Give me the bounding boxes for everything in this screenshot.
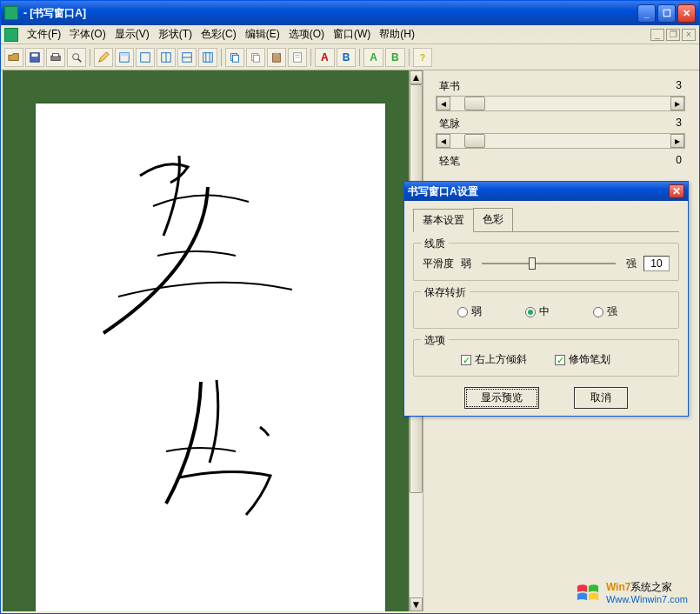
scroll-down-icon[interactable]: ▼: [410, 597, 423, 611]
paper[interactable]: [36, 103, 385, 611]
menu-file[interactable]: 文件(F): [23, 25, 64, 43]
slider-right-icon[interactable]: ▸: [670, 134, 684, 148]
app-icon: [4, 6, 18, 20]
paste-icon[interactable]: [267, 48, 286, 67]
save-icon[interactable]: [25, 48, 44, 67]
settings-dialog[interactable]: 书写窗口A设置 ✕ 基本设置 色彩 线质 平滑度 弱 强 10 保存转折 弱 中: [403, 181, 689, 417]
help-icon[interactable]: ?: [413, 48, 432, 67]
menu-window[interactable]: 窗口(W): [330, 25, 374, 43]
menu-edit[interactable]: 编辑(E): [242, 25, 283, 43]
smoothness-label: 平滑度: [423, 257, 454, 271]
mdi-restore-button[interactable]: ❐: [666, 29, 680, 41]
svg-rect-7: [120, 52, 130, 56]
pencil-icon[interactable]: [94, 48, 113, 67]
dialog-tabs: 基本设置 色彩: [413, 208, 679, 232]
prop-value: 0: [676, 154, 682, 169]
preview-button[interactable]: 显示预览: [464, 387, 539, 409]
svg-text:?: ?: [419, 51, 424, 62]
layout4-icon[interactable]: [177, 48, 197, 67]
svg-rect-19: [253, 55, 259, 62]
menu-font[interactable]: 字体(O): [66, 25, 109, 43]
watermark: Win7系统之家 Www.Winwin7.com: [575, 581, 688, 605]
prop-row: 草书 3 ◂ ▸: [436, 77, 685, 111]
toolbar-separator: [90, 49, 90, 66]
maximize-button[interactable]: ☐: [657, 4, 676, 23]
toolbar-separator: [359, 49, 360, 66]
dialog-title-bar[interactable]: 书写窗口A设置 ✕: [404, 182, 688, 201]
calligraphy-drawing: [36, 103, 385, 611]
preview-icon[interactable]: [67, 48, 86, 67]
slider-right-icon[interactable]: ▸: [670, 97, 684, 110]
label-a-green[interactable]: A: [363, 48, 383, 67]
watermark-line1: Win7系统之家: [606, 581, 688, 593]
close-button[interactable]: ✕: [677, 4, 696, 23]
radio-mid[interactable]: 中: [525, 304, 550, 319]
svg-point-4: [73, 53, 79, 59]
prop-slider[interactable]: ◂ ▸: [436, 96, 685, 111]
radio-weak[interactable]: 弱: [457, 304, 482, 319]
label-b-blue[interactable]: B: [337, 48, 357, 67]
copy-icon[interactable]: [225, 48, 244, 67]
layout3-icon[interactable]: [157, 48, 176, 67]
layout5-icon[interactable]: [198, 48, 217, 67]
slider-left-icon[interactable]: ◂: [437, 97, 450, 110]
dialog-close-button[interactable]: ✕: [669, 184, 684, 198]
menu-options[interactable]: 选项(O): [285, 25, 328, 43]
group-label: 线质: [421, 237, 449, 251]
label-a-red[interactable]: A: [315, 48, 335, 67]
dialog-title: 书写窗口A设置: [408, 184, 478, 199]
mdi-controls: _ ❐ ×: [650, 29, 696, 41]
minimize-button[interactable]: _: [637, 4, 656, 23]
mdi-close-button[interactable]: ×: [682, 29, 696, 41]
slider-thumb[interactable]: [464, 134, 485, 148]
prop-slider[interactable]: ◂ ▸: [436, 133, 685, 149]
docpage-icon[interactable]: [288, 48, 307, 67]
prop-value: 3: [676, 79, 682, 94]
menu-help[interactable]: 帮助(H): [376, 25, 418, 43]
check-tilt[interactable]: ✓右上方倾斜: [461, 352, 527, 367]
radio-strong[interactable]: 强: [593, 304, 617, 319]
copy2-icon[interactable]: [246, 48, 265, 67]
layout1-icon[interactable]: [115, 48, 134, 67]
prop-name: 草书: [439, 79, 460, 94]
svg-rect-21: [274, 52, 278, 55]
group-label: 选项: [421, 333, 449, 348]
scroll-up-icon[interactable]: ▲: [410, 70, 423, 84]
check-decorate[interactable]: ✓修饰笔划: [555, 352, 610, 367]
menu-view[interactable]: 显示(V): [111, 25, 153, 43]
slider-handle[interactable]: [529, 257, 536, 270]
svg-rect-13: [203, 52, 213, 62]
print-icon[interactable]: [46, 48, 65, 67]
windows-logo-icon: [575, 582, 601, 604]
svg-rect-3: [53, 53, 59, 57]
group-keep-turns: 保存转折 弱 中 强: [413, 291, 679, 329]
canvas-viewport[interactable]: [3, 70, 409, 611]
dialog-buttons: 显示预览 取消: [413, 387, 679, 409]
svg-rect-17: [232, 55, 238, 62]
smoothness-slider[interactable]: [482, 263, 616, 264]
toolbar-separator: [221, 49, 222, 66]
tab-basic[interactable]: 基本设置: [413, 209, 474, 232]
open-icon[interactable]: [4, 48, 23, 67]
svg-rect-8: [141, 52, 150, 62]
dialog-body: 基本设置 色彩 线质 平滑度 弱 强 10 保存转折 弱 中 强: [404, 201, 688, 416]
menu-bar: 文件(F) 字体(O) 显示(V) 形状(T) 色彩(C) 编辑(E) 选项(O…: [1, 25, 699, 44]
menu-color[interactable]: 色彩(C): [197, 25, 240, 43]
group-options: 选项 ✓右上方倾斜 ✓修饰笔划: [413, 339, 679, 377]
prop-row: 笔脉 3 ◂ ▸: [436, 115, 685, 149]
title-bar[interactable]: - [书写窗口A] _ ☐ ✕: [1, 1, 699, 25]
mdi-minimize-button[interactable]: _: [650, 29, 664, 41]
smoothness-value[interactable]: 10: [643, 256, 670, 271]
tab-color[interactable]: 色彩: [473, 208, 513, 231]
layout2-icon[interactable]: [136, 48, 155, 67]
slider-left-icon[interactable]: ◂: [437, 134, 450, 148]
group-line-quality: 线质 平滑度 弱 强 10: [413, 243, 679, 281]
prop-name: 笔脉: [439, 117, 460, 131]
menu-shape[interactable]: 形状(T): [155, 25, 196, 43]
watermark-line2: Www.Winwin7.com: [606, 593, 688, 605]
cancel-button[interactable]: 取消: [574, 387, 628, 409]
slider-thumb[interactable]: [464, 97, 485, 110]
label-b-green[interactable]: B: [385, 48, 405, 67]
svg-line-5: [78, 58, 82, 62]
window-controls: _ ☐ ✕: [637, 4, 696, 23]
